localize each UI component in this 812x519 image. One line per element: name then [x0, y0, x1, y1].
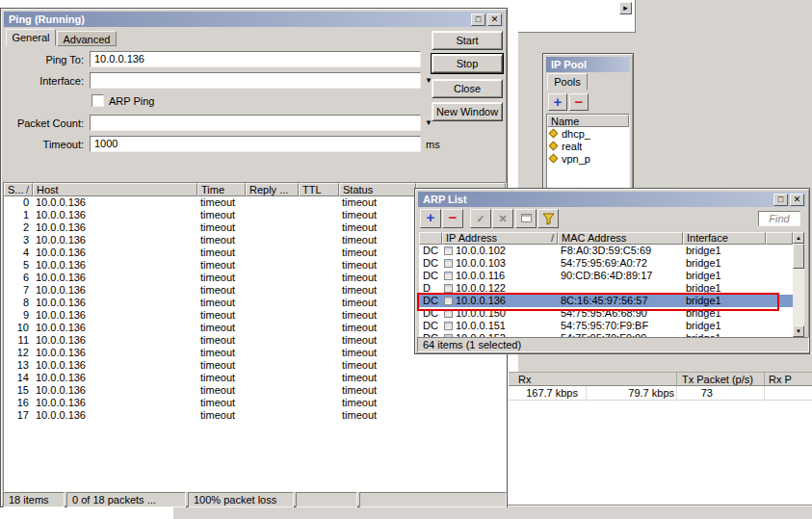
arp-add-button[interactable]: + — [420, 209, 441, 228]
ping-title: Ping (Running) — [9, 13, 85, 25]
cell-reply — [246, 334, 299, 347]
ping-result-row[interactable]: 1410.0.0.136timeouttimeout — [4, 372, 506, 384]
col-seq[interactable]: S.../ — [4, 183, 33, 196]
tab-advanced[interactable]: Advanced — [57, 31, 117, 46]
arp-disable-button[interactable]: ✕ — [492, 209, 513, 228]
traffic-col-rx[interactable]: Rx — [518, 374, 531, 386]
arp-row[interactable]: D10.0.0.122bridge1 — [419, 282, 793, 295]
cell-ttl — [299, 334, 339, 347]
arp-entry-icon — [444, 259, 453, 268]
cell-seq: 8 — [4, 297, 33, 309]
cell-ip: 10.0.0.150 — [442, 307, 558, 320]
ip-pool-item[interactable]: dhcp_ — [547, 127, 629, 140]
pool-name: dhcp_ — [562, 128, 590, 140]
arp-remove-button[interactable]: − — [442, 209, 463, 228]
ping-packets-status: 0 of 18 packets ... — [66, 492, 186, 507]
cell-reply — [246, 196, 299, 209]
traffic-col-rx-packet[interactable]: Rx P — [769, 374, 792, 386]
col-mac-address[interactable]: MAC Address — [558, 232, 683, 245]
add-icon: + — [554, 93, 563, 110]
arp-row[interactable]: DC10.0.0.15054:75:95:A6:68:90bridge1 — [419, 307, 793, 320]
cell-ttl — [299, 397, 339, 409]
rx-rate-value: 167.7 kbps — [509, 387, 578, 400]
ip-pool-item[interactable]: realt — [547, 140, 629, 152]
col-time[interactable]: Time — [197, 183, 246, 196]
arp-row[interactable]: DC10.0.0.10354:75:95:69:A0:72bridge1 — [419, 257, 793, 270]
cell-mac: 90:CD:B6:4D:89:17 — [558, 270, 683, 282]
maximize-button[interactable]: □ — [773, 194, 788, 206]
ip-pool-titlebar[interactable]: IP Pool — [546, 57, 630, 72]
tab-pools[interactable]: Pools — [547, 73, 588, 91]
maximize-button[interactable]: □ — [471, 13, 485, 26]
close-button[interactable]: ✕ — [487, 13, 502, 26]
col-host[interactable]: Host — [33, 183, 197, 196]
timeout-input[interactable]: 1000 — [90, 136, 421, 152]
cell-time: timeout — [197, 259, 246, 272]
arp-row-selected[interactable]: DC10.0.0.1368C:16:45:97:56:57bridge1 — [419, 295, 793, 307]
arp-comment-button[interactable] — [515, 209, 537, 228]
new-window-button[interactable]: New Window — [432, 102, 503, 121]
tx-packet-value: 73 — [682, 387, 713, 400]
scroll-down-button[interactable]: ▼ — [793, 325, 804, 337]
ping-titlebar[interactable]: Ping (Running) □ ✕ — [4, 12, 504, 27]
cell-ttl — [299, 234, 339, 247]
cell-ttl — [299, 284, 339, 297]
arp-enable-button[interactable]: ✓ — [470, 209, 491, 228]
pool-icon — [549, 129, 559, 139]
ping-to-input[interactable]: 10.0.0.136 — [90, 51, 421, 67]
cell-host: 10.0.0.136 — [33, 221, 197, 234]
close-window-button[interactable]: Close — [432, 79, 503, 98]
col-interface[interactable]: Interface — [683, 232, 766, 245]
cell-seq: 12 — [4, 347, 33, 359]
stop-button[interactable]: Stop — [432, 54, 503, 73]
pool-name-header[interactable]: Name — [547, 115, 629, 127]
tab-general[interactable]: General — [6, 29, 56, 46]
ping-result-row[interactable]: 1510.0.0.136timeouttimeout — [4, 384, 506, 397]
col-status[interactable]: Status — [339, 183, 416, 196]
cell-seq: 10 — [4, 322, 33, 334]
screen: ▸ Rx Tx Packet (p/s) Rx P 167.7 kbps 79.… — [0, 0, 812, 519]
pool-remove-button[interactable]: − — [569, 93, 589, 111]
col-reply[interactable]: Reply ... — [246, 183, 299, 196]
close-button[interactable]: ✕ — [790, 194, 804, 206]
ping-result-row[interactable]: 1610.0.0.136timeouttimeout — [4, 397, 506, 409]
cell-ttl — [299, 409, 339, 422]
pool-add-button[interactable]: + — [548, 93, 567, 111]
cell-seq: 13 — [4, 359, 33, 372]
arp-entry-icon — [444, 247, 453, 255]
ping-result-row[interactable]: 1310.0.0.136timeouttimeout — [4, 359, 506, 372]
col-ttl[interactable]: TTL — [299, 183, 339, 196]
col-ip-address[interactable]: IP Address/ — [442, 232, 558, 245]
panel-arrow-button[interactable]: ▸ — [619, 2, 632, 14]
ip-pool-item[interactable]: vpn_p — [547, 152, 629, 165]
ip-pool-list-area: Name dhcp_realtvpn_p — [546, 114, 630, 194]
arp-row[interactable]: DC10.0.0.15154:75:95:70:F9:BFbridge1 — [419, 320, 793, 332]
interface-input[interactable] — [90, 72, 421, 89]
arp-ping-checkbox[interactable] — [92, 94, 104, 107]
cell-time: timeout — [197, 397, 246, 409]
cell-status: timeout — [339, 196, 416, 209]
background-toolbar-fragment: ▸ — [518, 0, 636, 33]
find-button[interactable]: Find — [758, 211, 800, 226]
arp-filter-button[interactable] — [537, 209, 559, 228]
cell-reply — [246, 297, 299, 309]
col-flags[interactable] — [419, 232, 442, 245]
arp-row[interactable]: DC10.0.0.102F8:A0:3D:59:C5:69bridge1 — [419, 245, 793, 257]
cell-host: 10.0.0.136 — [33, 284, 197, 297]
cell-seq: 4 — [4, 247, 33, 259]
arp-row[interactable]: DC10.0.0.11690:CD:B6:4D:89:17bridge1 — [419, 270, 793, 282]
packet-count-label: Packet Count: — [1, 117, 84, 129]
cell-status: timeout — [339, 397, 416, 409]
cell-host: 10.0.0.136 — [33, 309, 197, 322]
start-button[interactable]: Start — [432, 31, 503, 50]
arp-titlebar[interactable]: ARP List □ ✕ — [418, 192, 806, 207]
scroll-up-button[interactable]: ▲ — [793, 232, 804, 244]
traffic-col-tx-packet[interactable]: Tx Packet (p/s) — [682, 374, 753, 386]
packet-count-input[interactable] — [90, 115, 421, 131]
cell-reply — [246, 309, 299, 322]
ping-result-row[interactable]: 1710.0.0.136timeouttimeout — [4, 409, 506, 422]
cell-time: timeout — [197, 322, 246, 334]
arp-scrollbar[interactable]: ▲ ▼ — [793, 232, 804, 337]
scrollbar-thumb[interactable] — [793, 244, 804, 269]
cell-interface: bridge1 — [683, 295, 766, 307]
